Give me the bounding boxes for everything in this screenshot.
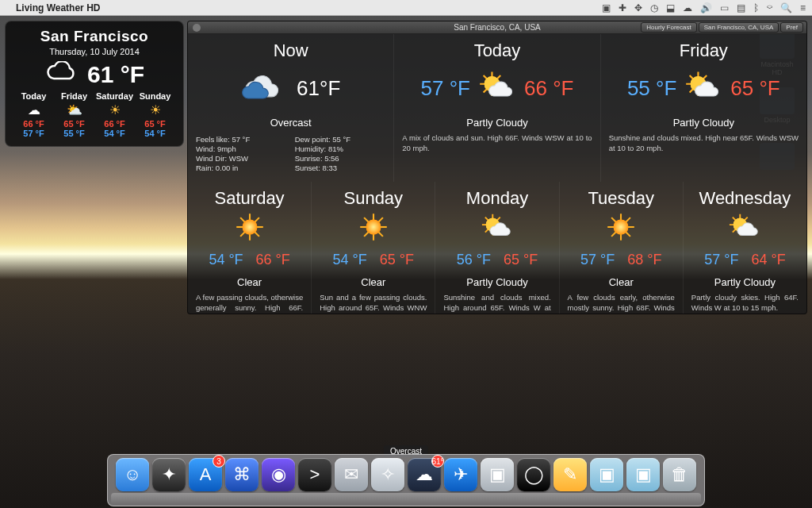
widget-now-temp: 61 °F bbox=[87, 61, 144, 88]
day-lo: 55 °F bbox=[627, 76, 676, 101]
app-name[interactable]: Living Weather HD bbox=[16, 2, 100, 13]
forecast-row-bottom: Saturday 54 °F 66 °F Clear A few passing… bbox=[188, 182, 806, 314]
forecast-card[interactable]: Wednesday 57 °F 64 °F Partly Cloudy Part… bbox=[684, 182, 806, 314]
volume-icon[interactable]: 🔊 bbox=[700, 2, 712, 13]
day-name: Now bbox=[274, 40, 308, 61]
safari-icon: ✧ bbox=[381, 464, 395, 485]
dock[interactable]: Overcast ☺ ✦ A 3 ⌘ ◉ > ✉ ✧ bbox=[107, 454, 705, 506]
dock-photobooth[interactable]: ◯ bbox=[517, 458, 550, 491]
widget-day-hi: 65 °F bbox=[54, 119, 94, 129]
dock-weather[interactable]: ☁ 61° bbox=[408, 458, 441, 491]
launchpad-icon: ✦ bbox=[162, 464, 176, 485]
svg-point-39 bbox=[366, 220, 381, 235]
forecast-toolbar: Hourly Forecast San Francisco, CA, USA P… bbox=[641, 22, 803, 33]
widget-now: 61 °F bbox=[13, 61, 175, 88]
day-lo: 57 °F bbox=[704, 252, 738, 268]
dock-launchpad[interactable]: ✦ bbox=[152, 458, 186, 491]
detail-dew: Dew point: 55 °F bbox=[295, 135, 386, 144]
detail-sunset: Sunset: 8:33 bbox=[295, 164, 386, 172]
day-lo: 57 °F bbox=[421, 76, 470, 101]
forecast-card[interactable]: Saturday 54 °F 66 °F Clear A few passing… bbox=[188, 182, 312, 314]
dock-badge: 61° bbox=[431, 455, 444, 468]
dock-xcode[interactable]: ⌘ bbox=[225, 458, 259, 491]
clock-icon[interactable]: ◷ bbox=[650, 2, 658, 13]
forecast-card[interactable]: Sunday 54 °F 65 °F Clear Sun and a few p… bbox=[312, 182, 435, 314]
airplay-icon[interactable]: ▣ bbox=[602, 2, 611, 13]
dock-appstore[interactable]: A 3 bbox=[189, 458, 222, 491]
dock-downloads[interactable]: ▣ bbox=[626, 458, 660, 491]
widget-date: Thursday, 10 July 2014 bbox=[13, 47, 175, 56]
menubar[interactable]: Living Weather HD ▣ ✚ ✥ ◷ ⬓ ☁ 🔊 ▭ ▤ ᛒ ⌔ … bbox=[0, 0, 812, 16]
widget-day-lo: 57 °F bbox=[13, 129, 54, 138]
svg-point-59 bbox=[614, 220, 629, 235]
partly-icon bbox=[728, 210, 761, 247]
trash-icon: 🗑 bbox=[671, 464, 688, 485]
day-lo: 54 °F bbox=[333, 252, 367, 268]
puzzle-icon[interactable]: ✥ bbox=[634, 2, 642, 13]
partly-icon: ⛅ bbox=[54, 102, 94, 117]
location-dropdown[interactable]: San Francisco, CA, USA bbox=[699, 22, 779, 33]
widget-day-hi: 65 °F bbox=[135, 119, 175, 129]
weather-icon: ☁ bbox=[416, 464, 433, 485]
partly-icon bbox=[481, 210, 514, 247]
dock-facetime[interactable]: ▣ bbox=[481, 458, 514, 491]
dock-trash[interactable]: 🗑 bbox=[663, 458, 696, 491]
partly-icon bbox=[478, 67, 516, 109]
dock-badge: 3 bbox=[213, 455, 225, 468]
dock-mail[interactable]: ✉ bbox=[335, 458, 368, 491]
detail-humidity: Humidity: 81% bbox=[295, 144, 386, 153]
day-name: Monday bbox=[466, 188, 528, 209]
battery-icon[interactable]: ▭ bbox=[720, 2, 729, 13]
plus-icon[interactable]: ✚ bbox=[619, 2, 626, 13]
day-lo: 54 °F bbox=[209, 252, 243, 268]
forecast-titlebar[interactable]: San Francisco, CA, USA Hourly Forecast S… bbox=[188, 21, 806, 34]
widget-day[interactable]: Sunday ☀ 65 °F 54 °F bbox=[135, 91, 175, 138]
menubar-status-area: ▣ ✚ ✥ ◷ ⬓ ☁ 🔊 ▭ ▤ ᛒ ⌔ 🔍 ≡ bbox=[602, 2, 806, 13]
forecast-card[interactable]: Today 57 °F 66 °F Partly Cloudy A mix of… bbox=[394, 34, 600, 182]
widget-day[interactable]: Saturday ☀ 66 °F 54 °F bbox=[94, 91, 135, 138]
widget-day-name: Saturday bbox=[94, 91, 135, 101]
day-name: Wednesday bbox=[699, 188, 791, 209]
dock-documents[interactable]: ▣ bbox=[590, 458, 623, 491]
day-description: Sunshine and clouds mixed. High around 6… bbox=[443, 293, 550, 314]
day-hi: 65 °F bbox=[504, 252, 538, 268]
day-name: Saturday bbox=[215, 188, 285, 209]
forecast-window[interactable]: San Francisco, CA, USA Hourly Forecast S… bbox=[187, 21, 807, 314]
condition-label: Overcast bbox=[270, 117, 312, 129]
flag-icon[interactable]: ▤ bbox=[737, 2, 745, 13]
bluetooth-icon[interactable]: ᛒ bbox=[753, 2, 759, 13]
day-description: A few clouds early, otherwise mostly sun… bbox=[568, 293, 675, 314]
forecast-card[interactable]: Now 61°F Overcast Feels like: 57 °F Wind… bbox=[188, 34, 394, 182]
dock-terminal[interactable]: > bbox=[298, 458, 331, 491]
dock-notes[interactable]: ✎ bbox=[553, 458, 587, 491]
downloads-icon: ▣ bbox=[635, 464, 652, 485]
weather-widget[interactable]: San Francisco Thursday, 10 July 2014 61 … bbox=[5, 21, 184, 147]
widget-day[interactable]: Friday ⛅ 65 °F 55 °F bbox=[54, 91, 94, 138]
forecast-card[interactable]: Friday 55 °F 65 °F Partly Cloudy Sunshin… bbox=[601, 34, 806, 182]
condition-label: Clear bbox=[361, 276, 385, 288]
widget-day[interactable]: Today ☁ 66 °F 57 °F bbox=[13, 91, 54, 138]
photobooth-icon: ◯ bbox=[524, 464, 544, 485]
dock-dashboard[interactable]: ◉ bbox=[262, 458, 295, 491]
appstore-icon: A bbox=[200, 464, 212, 485]
condition-label: Clear bbox=[609, 276, 634, 288]
day-name: Today bbox=[474, 40, 521, 61]
hourly-button[interactable]: Hourly Forecast bbox=[641, 22, 696, 33]
dock-messages[interactable]: ✈ bbox=[444, 458, 477, 491]
dock-finder[interactable]: ☺ bbox=[116, 458, 149, 491]
cloud-icon[interactable]: ☁ bbox=[683, 2, 692, 13]
forecast-card[interactable]: Monday 56 °F 65 °F Partly Cloudy Sunshin… bbox=[435, 182, 559, 314]
notifications-icon[interactable]: ≡ bbox=[800, 2, 806, 13]
day-hi: 65 °F bbox=[730, 76, 779, 101]
condition-label: Partly Cloudy bbox=[673, 117, 734, 129]
dropbox-icon[interactable]: ⬓ bbox=[666, 2, 675, 13]
spotlight-icon[interactable]: 🔍 bbox=[780, 2, 792, 13]
widget-day-name: Today bbox=[13, 91, 54, 101]
now-temp: 61°F bbox=[297, 76, 340, 101]
widget-day-lo: 54 °F bbox=[135, 129, 175, 138]
pref-button[interactable]: Pref bbox=[780, 22, 803, 33]
dock-safari[interactable]: ✧ bbox=[371, 458, 404, 491]
close-button[interactable] bbox=[193, 24, 201, 32]
forecast-card[interactable]: Tuesday 57 °F 68 °F Clear A few clouds e… bbox=[560, 182, 684, 314]
wifi-icon[interactable]: ⌔ bbox=[767, 2, 772, 13]
